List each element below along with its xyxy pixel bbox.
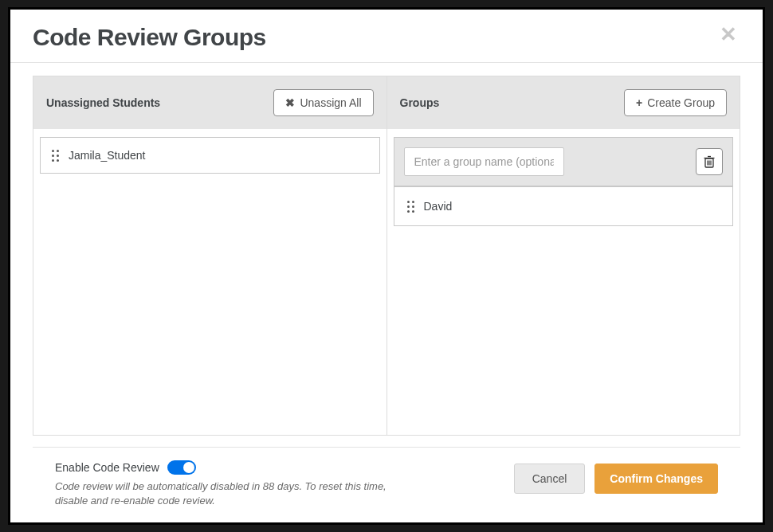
group-block: David bbox=[394, 137, 734, 226]
enable-code-review-label: Enable Code Review bbox=[55, 461, 159, 474]
groups-panel-header: Groups + Create Group bbox=[387, 76, 740, 129]
student-name: Jamila_Student bbox=[69, 149, 146, 162]
drag-handle-icon[interactable] bbox=[50, 150, 61, 162]
group-members: David bbox=[394, 187, 733, 225]
enable-toggle-row: Enable Code Review bbox=[55, 460, 390, 475]
drag-handle-icon[interactable] bbox=[406, 201, 416, 213]
student-item[interactable]: Jamila_Student bbox=[40, 137, 380, 174]
footer-left: Enable Code Review Code review will be a… bbox=[55, 460, 390, 508]
code-review-groups-modal: Code Review Groups ✕ Unassigned Students… bbox=[8, 7, 765, 525]
helper-text: Code review will be automatically disabl… bbox=[55, 479, 390, 508]
groups-panel-title: Groups bbox=[400, 96, 440, 109]
x-icon: ✖ bbox=[285, 96, 295, 109]
plus-icon: + bbox=[636, 96, 642, 109]
unassigned-students-panel: Unassigned Students ✖ Unassign All Jamil… bbox=[33, 76, 387, 435]
footer-right: Cancel Confirm Changes bbox=[514, 464, 718, 494]
toggle-knob bbox=[183, 462, 194, 473]
unassigned-list: Jamila_Student bbox=[33, 129, 386, 435]
unassigned-panel-title: Unassigned Students bbox=[46, 96, 160, 109]
enable-code-review-toggle[interactable] bbox=[167, 460, 196, 475]
trash-icon bbox=[704, 155, 715, 168]
confirm-changes-button[interactable]: Confirm Changes bbox=[594, 464, 718, 494]
group-name-input[interactable] bbox=[404, 147, 564, 176]
groups-list: David bbox=[387, 129, 740, 435]
modal-title: Code Review Groups bbox=[33, 24, 266, 51]
unassign-all-button[interactable]: ✖ Unassign All bbox=[273, 89, 373, 116]
cancel-button[interactable]: Cancel bbox=[514, 464, 586, 494]
create-group-label: Create Group bbox=[647, 96, 715, 109]
group-header bbox=[394, 138, 733, 187]
member-item[interactable]: David bbox=[402, 195, 725, 217]
close-icon[interactable]: ✕ bbox=[716, 24, 740, 45]
modal-header: Code Review Groups ✕ bbox=[10, 10, 763, 63]
create-group-button[interactable]: + Create Group bbox=[624, 89, 727, 116]
modal-body: Unassigned Students ✖ Unassign All Jamil… bbox=[10, 63, 763, 522]
groups-panel: Groups + Create Group bbox=[387, 76, 740, 435]
modal-footer: Enable Code Review Code review will be a… bbox=[33, 447, 740, 522]
unassign-all-label: Unassign All bbox=[300, 96, 361, 109]
member-name: David bbox=[424, 200, 453, 213]
unassigned-panel-header: Unassigned Students ✖ Unassign All bbox=[33, 76, 386, 129]
panels: Unassigned Students ✖ Unassign All Jamil… bbox=[33, 76, 740, 436]
delete-group-button[interactable] bbox=[696, 148, 723, 175]
